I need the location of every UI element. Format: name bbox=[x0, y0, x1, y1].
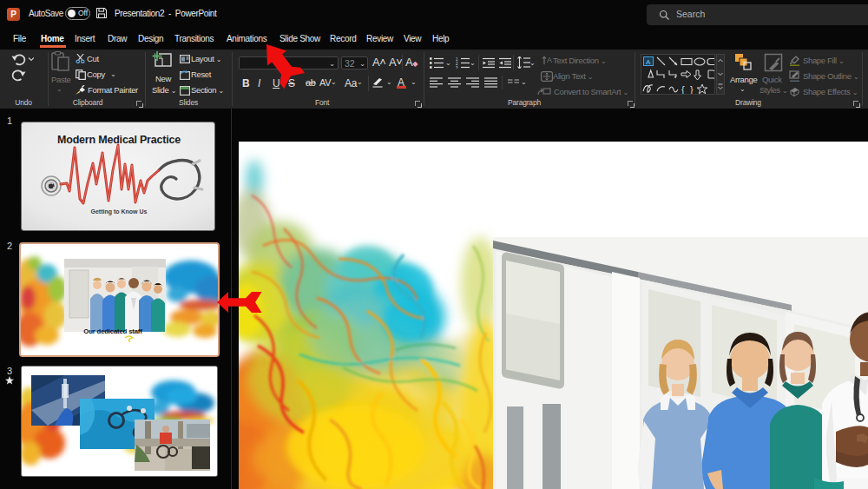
svg-text:A: A bbox=[547, 56, 552, 64]
svg-text:}: } bbox=[690, 84, 694, 94]
svg-text:Getting to Know Us: Getting to Know Us bbox=[91, 208, 148, 215]
svg-text:{: { bbox=[681, 84, 685, 94]
svg-text:Modern Medical Practice: Modern Medical Practice bbox=[57, 134, 181, 146]
svg-text:A: A bbox=[646, 58, 651, 66]
svg-text:Our dedicated staff: Our dedicated staff bbox=[83, 327, 142, 335]
svg-text:3: 3 bbox=[456, 66, 458, 69]
